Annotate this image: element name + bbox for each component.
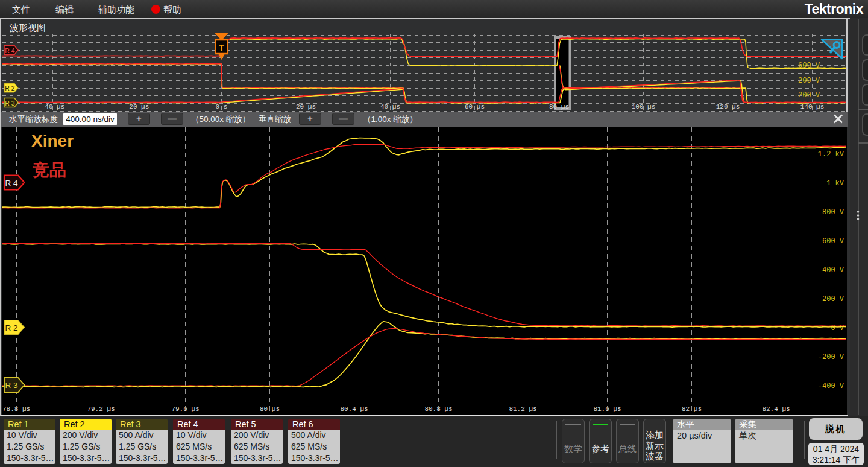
svg-text:80.8 µs: 80.8 µs <box>424 405 452 413</box>
svg-text:Xiner: Xiner <box>31 132 74 150</box>
svg-text:R 4: R 4 <box>5 179 18 188</box>
svg-text:600 V: 600 V <box>822 237 844 246</box>
svg-text:80 µs: 80 µs <box>260 405 280 413</box>
svg-text:80.4 µs: 80.4 µs <box>340 405 368 413</box>
svg-text:82.4 µs: 82.4 µs <box>762 405 790 413</box>
svg-text:竞品: 竞品 <box>32 160 66 179</box>
svg-text:R 2: R 2 <box>5 323 17 332</box>
svg-text:81.2 µs: 81.2 µs <box>509 405 536 413</box>
svg-text:0 V: 0 V <box>831 324 844 332</box>
svg-text:400 V: 400 V <box>822 266 844 275</box>
svg-text:79.6 µs: 79.6 µs <box>171 405 199 413</box>
svg-text:200 V: 200 V <box>822 295 844 303</box>
svg-text:79.2 µs: 79.2 µs <box>87 405 115 413</box>
svg-text:82 µs: 82 µs <box>682 405 702 413</box>
svg-text:-400 V: -400 V <box>818 382 844 390</box>
svg-text:1 kV: 1 kV <box>826 179 844 188</box>
svg-text:1.2 kV: 1.2 kV <box>818 150 844 159</box>
svg-text:R 3: R 3 <box>5 381 17 390</box>
svg-text:800 V: 800 V <box>822 208 844 217</box>
svg-text:78.8 µs: 78.8 µs <box>2 405 30 413</box>
svg-text:81.6 µs: 81.6 µs <box>593 405 621 413</box>
svg-text:-200 V: -200 V <box>818 353 844 361</box>
